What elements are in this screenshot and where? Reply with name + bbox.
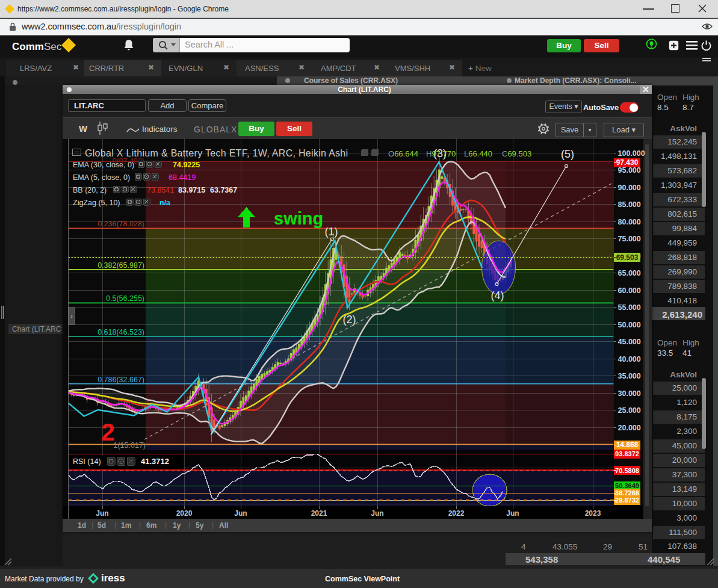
svg-text:50.3649: 50.3649 bbox=[615, 482, 639, 489]
svg-text:(4): (4) bbox=[491, 289, 504, 302]
svg-text:60.000: 60.000 bbox=[618, 286, 641, 295]
svg-text:35.000: 35.000 bbox=[618, 372, 641, 380]
svg-text:Jun: Jun bbox=[96, 509, 108, 518]
svg-text:30.000: 30.000 bbox=[618, 389, 641, 398]
svg-text:›: › bbox=[70, 312, 73, 320]
svg-text:0.236(78.028): 0.236(78.028) bbox=[97, 220, 144, 228]
svg-text:20.000: 20.000 bbox=[618, 424, 641, 432]
svg-text:38.7268: 38.7268 bbox=[615, 489, 639, 497]
svg-text:n/a: n/a bbox=[159, 199, 171, 207]
svg-text:90.000: 90.000 bbox=[618, 184, 641, 192]
svg-text:H97.770: H97.770 bbox=[426, 149, 456, 158]
svg-text:BB (20, 2): BB (20, 2) bbox=[73, 186, 107, 194]
svg-text:swing: swing bbox=[274, 209, 323, 228]
svg-text:(2): (2) bbox=[343, 314, 356, 326]
svg-text:100.000: 100.000 bbox=[618, 149, 645, 158]
svg-text:74.9225: 74.9225 bbox=[173, 161, 200, 169]
svg-text:69.503: 69.503 bbox=[616, 253, 639, 262]
svg-text:Jun: Jun bbox=[234, 509, 247, 518]
svg-text:RSI (14): RSI (14) bbox=[73, 457, 101, 466]
svg-text:Jun: Jun bbox=[506, 509, 519, 518]
svg-text:93.8372: 93.8372 bbox=[615, 450, 639, 457]
svg-text:85.000: 85.000 bbox=[618, 200, 641, 209]
svg-text:95.000: 95.000 bbox=[618, 166, 641, 175]
svg-text:0.5(56.255): 0.5(56.255) bbox=[106, 294, 144, 303]
svg-text:EMA (5, close, 0): EMA (5, close, 0) bbox=[73, 173, 130, 182]
svg-text:45.000: 45.000 bbox=[618, 338, 641, 346]
svg-text:14.868: 14.868 bbox=[616, 441, 639, 449]
svg-text:55.000: 55.000 bbox=[618, 303, 641, 312]
svg-text:29.8732: 29.8732 bbox=[615, 497, 639, 504]
svg-text:2022: 2022 bbox=[448, 509, 465, 518]
svg-text:65.000: 65.000 bbox=[618, 269, 641, 277]
svg-text:75.000: 75.000 bbox=[618, 235, 641, 243]
svg-text:2023: 2023 bbox=[585, 509, 601, 518]
svg-text:Global X Lithium & Battery Tec: Global X Lithium & Battery Tech ETF, 1W,… bbox=[85, 148, 348, 158]
svg-text:2020: 2020 bbox=[176, 509, 193, 518]
svg-text:L66.440: L66.440 bbox=[464, 149, 492, 158]
svg-text:40.000: 40.000 bbox=[618, 355, 641, 364]
svg-text:2021: 2021 bbox=[311, 509, 327, 518]
svg-text:83.9715: 83.9715 bbox=[178, 186, 205, 194]
svg-text:70.5808: 70.5808 bbox=[615, 467, 639, 474]
svg-text:EMA (30, close, 0): EMA (30, close, 0) bbox=[73, 161, 134, 169]
svg-text:0.786(32.667): 0.786(32.667) bbox=[97, 376, 144, 384]
svg-text:0.382(65.987): 0.382(65.987) bbox=[97, 261, 144, 270]
svg-text:ZigZag (5, 10): ZigZag (5, 10) bbox=[73, 199, 120, 207]
svg-text:80.000: 80.000 bbox=[618, 218, 641, 226]
svg-text:1(15.017): 1(15.017) bbox=[113, 441, 146, 450]
svg-text:73.8541: 73.8541 bbox=[147, 186, 174, 194]
svg-text:25.000: 25.000 bbox=[618, 406, 641, 415]
svg-text:2: 2 bbox=[101, 418, 115, 446]
svg-text:O66.644: O66.644 bbox=[388, 149, 418, 158]
svg-text:Jun: Jun bbox=[371, 509, 383, 518]
svg-text:C69.503: C69.503 bbox=[502, 149, 531, 158]
svg-text:97.430: 97.430 bbox=[616, 158, 639, 167]
svg-text:41.3712: 41.3712 bbox=[141, 457, 169, 466]
svg-text:0.618(46.523): 0.618(46.523) bbox=[97, 328, 144, 336]
svg-text:(1): (1) bbox=[325, 226, 338, 238]
svg-text:50.000: 50.000 bbox=[618, 321, 641, 329]
svg-text:68.4419: 68.4419 bbox=[169, 173, 196, 182]
svg-text:63.7367: 63.7367 bbox=[210, 186, 237, 194]
svg-text:(5): (5) bbox=[561, 148, 574, 160]
